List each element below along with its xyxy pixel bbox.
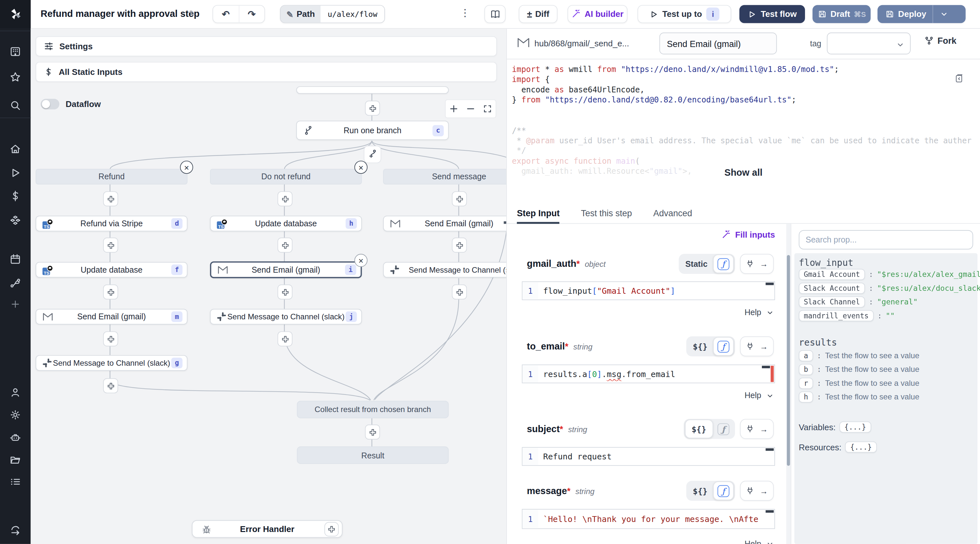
collapse-arrow-icon[interactable] [0, 521, 30, 539]
step-name-input[interactable] [660, 32, 777, 54]
show-all-code-button[interactable]: Show all [507, 167, 980, 178]
add-step-button[interactable] [365, 424, 380, 439]
run-one-branch-node[interactable]: Run one branch c [296, 121, 449, 140]
search-icon[interactable] [0, 96, 30, 115]
tab-advanced[interactable]: Advanced [653, 203, 692, 223]
help-toggle[interactable]: Help [745, 391, 773, 400]
plug-icon[interactable] [746, 259, 754, 268]
workers-robot-icon[interactable] [0, 428, 30, 447]
workspace-icon[interactable] [0, 42, 30, 61]
branch-header-send-message[interactable]: Send message [383, 169, 507, 185]
remove-branch-icon[interactable]: ✕ [354, 161, 367, 174]
undo-button[interactable]: ↶ [213, 5, 239, 22]
home-icon[interactable] [0, 139, 30, 158]
result-row[interactable]: r:Test the flow to see a value [799, 378, 920, 389]
step-node-send-message-g[interactable]: Send Message to Channel (slack)g [36, 355, 188, 370]
dataflow-toggle[interactable] [40, 99, 59, 110]
message-editor[interactable]: 1 `Hello! \nThank you for your message. … [522, 509, 775, 529]
deploy-dropdown-chevron[interactable] [933, 5, 955, 23]
flow-canvas[interactable]: Settings All Static Inputs Dataflow Run … [30, 28, 507, 544]
mode-expression[interactable]: ƒ [713, 482, 734, 500]
more-menu-kebab-icon[interactable]: ⋮ [460, 7, 470, 19]
result-node[interactable]: Result [297, 447, 449, 464]
schedules-calendar-icon[interactable] [0, 249, 30, 268]
mode-template[interactable]: ${} [687, 342, 713, 351]
zoom-out-icon[interactable] [466, 104, 475, 113]
add-branch-icon[interactable] [364, 145, 381, 163]
add-step-button[interactable] [277, 238, 292, 252]
add-step-button[interactable] [103, 191, 118, 206]
add-plus-icon[interactable] [0, 294, 30, 313]
flows-route-icon[interactable] [0, 273, 30, 292]
mode-static[interactable]: Static [680, 259, 713, 268]
test-flow-button[interactable]: Test flow [739, 5, 805, 23]
step-code-preview[interactable]: import * as wmill from "https://deno.lan… [507, 59, 980, 203]
flow-input-row[interactable]: mandrill_events:"" [799, 310, 895, 322]
step-node-send-email-branch3[interactable]: Send Email (gmail) [383, 215, 507, 231]
result-row[interactable]: b:Test the flow to see a value [799, 364, 920, 375]
mode-template[interactable]: ${} [687, 486, 713, 495]
path-value[interactable]: u/alex/flow [320, 5, 384, 22]
flow-input-row[interactable]: Slack Account:"$res:u/alex/docu_slack" [799, 283, 980, 294]
flow-input-row[interactable]: Slack Channel:"general" [799, 296, 918, 308]
step-panel-scrollbar[interactable] [786, 224, 791, 544]
plug-icon[interactable] [746, 486, 754, 495]
add-step-button[interactable] [103, 378, 118, 393]
mode-expression[interactable]: ƒ [713, 423, 734, 435]
runs-play-icon[interactable] [0, 163, 30, 182]
ai-builder-button[interactable]: AI builder [568, 5, 627, 23]
favorites-star-icon[interactable] [0, 67, 30, 86]
tag-select[interactable] [827, 32, 910, 54]
edit-title-pencil-icon[interactable]: ✎ [189, 9, 196, 18]
copy-code-icon[interactable] [954, 73, 964, 84]
folders-icon[interactable] [0, 450, 30, 469]
add-step-button[interactable] [452, 238, 467, 252]
flow-title[interactable]: Refund manager with approval step [40, 8, 199, 19]
redo-button[interactable]: ↷ [239, 5, 264, 22]
fit-view-icon[interactable] [483, 104, 492, 113]
draft-button[interactable]: Draft ⌘S [813, 5, 870, 23]
result-row[interactable]: a:Test the flow to see a value [799, 350, 920, 362]
add-step-button[interactable] [103, 238, 118, 252]
add-step-button[interactable] [103, 331, 118, 346]
settings-gear-icon[interactable] [0, 405, 30, 424]
tab-step-input[interactable]: Step Input [517, 203, 560, 223]
mode-expression[interactable]: ƒ [713, 255, 734, 273]
add-step-button[interactable] [365, 101, 380, 115]
path-button[interactable]: ✎Path u/alex/flow [280, 5, 385, 23]
test-up-to-button[interactable]: Test up to i [638, 5, 731, 23]
variables-dollar-icon[interactable] [0, 187, 30, 205]
plug-icon[interactable] [746, 424, 754, 433]
step-node-send-email-i-selected[interactable]: Send Email (gmail)i [210, 261, 362, 278]
step-node-refund-via-stripe[interactable]: TS Refund via Striped [36, 215, 188, 231]
step-node-send-email-m[interactable]: Send Email (gmail)m [36, 309, 188, 324]
logs-list-icon[interactable] [0, 472, 30, 491]
branch-header-refund[interactable]: Refund [36, 169, 188, 185]
step-node-send-message-branch3[interactable]: Send Message to Channel (slack [383, 262, 507, 278]
collect-result-node[interactable]: Collect result from chosen branch [297, 401, 449, 418]
step-node-send-message-j[interactable]: Send Message to Channel (slack)j [210, 309, 362, 324]
step-node-update-database-h[interactable]: TS Update databaseh [210, 215, 362, 231]
flow-input-node-partial[interactable] [296, 86, 449, 94]
add-step-button[interactable] [103, 284, 118, 299]
to-email-editor[interactable]: 1 results.a[0].msg.from_email [522, 364, 775, 383]
branch-header-do-not-refund[interactable]: Do not refund [210, 169, 362, 185]
result-row[interactable]: h:Test the flow to see a value [799, 391, 920, 403]
remove-step-icon[interactable]: ✕ [354, 254, 367, 267]
help-toggle[interactable]: Help [745, 308, 773, 317]
windmill-logo[interactable] [0, 0, 30, 28]
add-step-button[interactable] [277, 331, 292, 346]
arrow-right-icon[interactable]: → [760, 259, 768, 268]
add-step-button[interactable] [277, 191, 292, 206]
variables-row[interactable]: Variables:{...} [799, 421, 871, 433]
help-toggle[interactable]: Help [745, 539, 773, 544]
error-handler-node[interactable]: Error Handler [192, 520, 342, 538]
mode-expression[interactable]: ƒ [713, 337, 734, 356]
arrow-right-icon[interactable]: → [760, 342, 768, 351]
add-step-button[interactable] [277, 284, 292, 299]
step-node-update-database-f[interactable]: TS Update databasef [36, 262, 188, 278]
arrow-right-icon[interactable]: → [760, 424, 768, 434]
subject-editor[interactable]: 1 Refund request [522, 447, 775, 466]
add-step-button[interactable] [452, 284, 467, 299]
zoom-in-icon[interactable] [450, 104, 458, 113]
